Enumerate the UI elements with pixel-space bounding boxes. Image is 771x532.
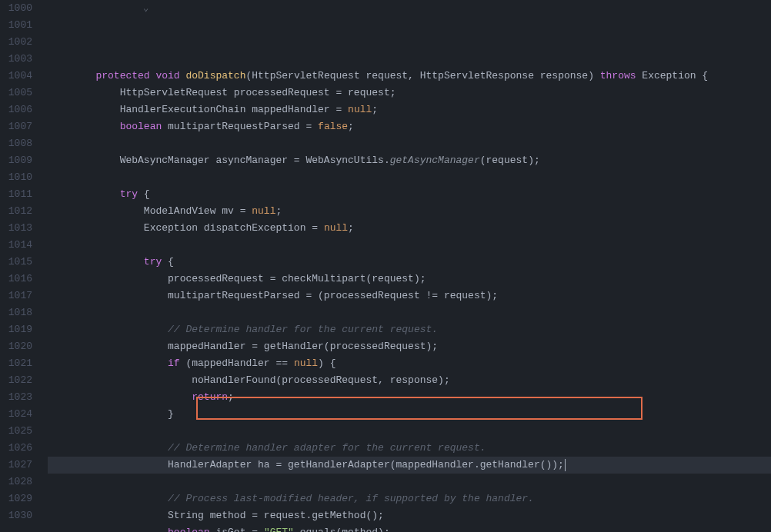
code-line[interactable]: return; bbox=[48, 389, 771, 406]
code-line[interactable] bbox=[48, 304, 771, 321]
code-area[interactable]: protected void doDispatch(HttpServletReq… bbox=[46, 0, 771, 532]
line-number: 1005 bbox=[8, 85, 32, 101]
line-number: 1006 bbox=[8, 101, 32, 118]
line-number: 1025 bbox=[8, 423, 32, 440]
code-line[interactable]: noHandlerFound(processedRequest, respons… bbox=[48, 372, 771, 389]
line-number: 1017 bbox=[8, 288, 32, 304]
code-token: processedRequest = checkMultipart(reques… bbox=[168, 273, 426, 284]
code-line[interactable]: HandlerExecutionChain mappedHandler = nu… bbox=[48, 101, 771, 118]
code-token: Exception dispatchException = bbox=[144, 222, 324, 234]
code-line[interactable]: boolean isGet = "GET".equals(method); bbox=[48, 524, 771, 532]
code-token: ; bbox=[228, 391, 234, 403]
code-line[interactable] bbox=[48, 474, 771, 490]
code-line[interactable] bbox=[48, 423, 771, 440]
line-number: 1029 bbox=[8, 490, 32, 507]
line-number: 1028 bbox=[8, 474, 32, 490]
code-token: ; bbox=[348, 222, 354, 234]
code-line[interactable]: // Determine handler for the current req… bbox=[48, 321, 771, 338]
line-number: 1000 bbox=[8, 0, 32, 17]
code-line[interactable] bbox=[48, 135, 771, 152]
line-number: 1021 bbox=[8, 355, 32, 372]
line-number: 1030 bbox=[8, 507, 32, 524]
code-token: ; bbox=[275, 205, 282, 217]
code-token: if bbox=[168, 357, 185, 369]
code-token: } bbox=[168, 408, 174, 420]
code-token: doDispatch bbox=[185, 70, 245, 81]
line-number: 1002 bbox=[8, 34, 32, 51]
code-token: null bbox=[348, 104, 372, 115]
line-number: 1010 bbox=[8, 169, 32, 186]
code-line[interactable]: multipartRequestParsed = (processedReque… bbox=[48, 288, 771, 304]
line-number: 1003 bbox=[8, 51, 32, 68]
line-number: 1007 bbox=[8, 118, 32, 135]
code-token: multipartRequestParsed = (processedReque… bbox=[168, 290, 498, 301]
code-line[interactable]: HttpServletRequest processedRequest = re… bbox=[48, 85, 771, 101]
code-line[interactable]: boolean multipartRequestParsed = false; bbox=[48, 118, 771, 135]
line-number: 1026 bbox=[8, 440, 32, 457]
code-token: (request); bbox=[480, 155, 540, 166]
code-line[interactable]: protected void doDispatch(HttpServletReq… bbox=[48, 68, 771, 85]
line-number: 1009 bbox=[8, 152, 32, 169]
line-number: 1024 bbox=[8, 406, 32, 423]
code-line[interactable]: mappedHandler = getHandler(processedRequ… bbox=[48, 338, 771, 355]
code-line[interactable]: String method = request.getMethod(); bbox=[48, 507, 771, 524]
code-line[interactable] bbox=[48, 237, 771, 254]
line-number: 1004 bbox=[8, 68, 32, 85]
code-line[interactable]: ModelAndView mv = null; bbox=[48, 203, 771, 220]
code-token: // Determine handler for the current req… bbox=[168, 324, 438, 335]
code-token: multipartRequestParsed = bbox=[168, 121, 318, 132]
code-token: mappedHandler = getHandler(processedRequ… bbox=[168, 341, 438, 352]
code-token: noHandlerFound(processedRequest, respons… bbox=[192, 374, 449, 386]
line-number: 1011 bbox=[8, 186, 32, 203]
line-number: 1012 bbox=[8, 203, 32, 220]
code-line[interactable]: try { bbox=[48, 254, 771, 271]
code-token: HttpServletRequest processedRequest = re… bbox=[120, 87, 396, 98]
line-number: 1001 bbox=[8, 17, 32, 34]
code-token: isGet = bbox=[215, 527, 263, 532]
line-number: 1027 bbox=[8, 457, 32, 474]
line-number-gutter: 1000100110021003100410051006100710081009… bbox=[0, 0, 46, 532]
code-editor[interactable]: 1000100110021003100410051006100710081009… bbox=[0, 0, 771, 532]
code-token: getAsyncManager bbox=[390, 155, 480, 166]
code-token: void bbox=[155, 70, 185, 81]
line-number: 1016 bbox=[8, 271, 32, 288]
code-token: { bbox=[168, 256, 174, 268]
line-number: 1015 bbox=[8, 254, 32, 271]
code-token: (HttpServletRequest request, HttpServlet… bbox=[245, 70, 599, 81]
code-token: ModelAndView mv = bbox=[144, 205, 252, 217]
code-token: ; bbox=[348, 121, 354, 132]
code-token: HandlerAdapter ha = getHandlerAdapter(ma… bbox=[168, 459, 564, 470]
code-line[interactable]: Exception dispatchException = null; bbox=[48, 220, 771, 237]
text-cursor bbox=[565, 459, 566, 471]
code-line[interactable]: HandlerAdapter ha = getHandlerAdapter(ma… bbox=[48, 457, 771, 474]
code-token: throws bbox=[600, 70, 642, 81]
code-token: HandlerExecutionChain mappedHandler = bbox=[120, 104, 348, 115]
code-token: (mappedHandler == bbox=[185, 357, 293, 369]
code-token: null bbox=[252, 205, 275, 217]
code-line[interactable]: processedRequest = checkMultipart(reques… bbox=[48, 271, 771, 288]
line-number: 1014 bbox=[8, 237, 32, 254]
code-line[interactable] bbox=[48, 169, 771, 186]
code-token: false bbox=[318, 121, 348, 132]
code-line[interactable]: // Process last-modified header, if supp… bbox=[48, 490, 771, 507]
code-line[interactable]: try { bbox=[48, 186, 771, 203]
code-token: protected bbox=[95, 70, 155, 81]
fold-widget-icon[interactable]: ⌄ bbox=[143, 0, 149, 17]
code-token: try bbox=[144, 256, 168, 268]
line-number: 1008 bbox=[8, 135, 32, 152]
code-token: .equals(method); bbox=[294, 527, 390, 532]
code-token: String method = request.getMethod(); bbox=[168, 510, 384, 521]
code-line[interactable]: if (mappedHandler == null) { bbox=[48, 355, 771, 372]
code-token: WebAsyncManager asyncManager = WebAsyncU… bbox=[120, 155, 390, 166]
code-line[interactable]: WebAsyncManager asyncManager = WebAsyncU… bbox=[48, 152, 771, 169]
code-token: return bbox=[192, 391, 228, 403]
code-token: boolean bbox=[120, 121, 168, 132]
code-line[interactable]: } bbox=[48, 406, 771, 423]
code-token: // Process last-modified header, if supp… bbox=[168, 493, 534, 504]
code-token: ) { bbox=[318, 357, 335, 369]
line-number: 1019 bbox=[8, 321, 32, 338]
code-line[interactable]: // Determine handler adapter for the cur… bbox=[48, 440, 771, 457]
code-token: null bbox=[324, 222, 348, 234]
code-token: Exception { bbox=[642, 70, 708, 81]
code-token: { bbox=[144, 188, 150, 200]
